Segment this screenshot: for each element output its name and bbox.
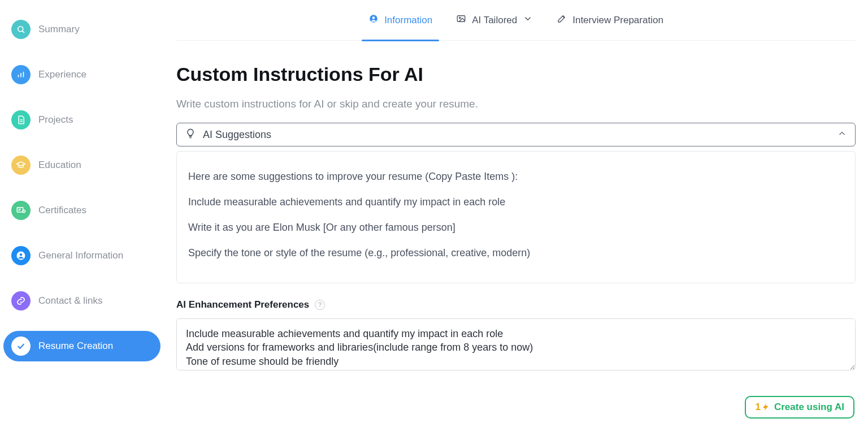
svg-rect-7: [17, 208, 23, 212]
suggestion-item[interactable]: Include measurable achievements and quan…: [188, 189, 844, 215]
sidebar-item-label: Resume Creation: [38, 340, 113, 352]
pref-textarea[interactable]: [176, 318, 856, 370]
cert-icon: [11, 201, 31, 220]
sidebar: SummaryExperienceProjectsEducationCertif…: [0, 0, 164, 427]
sidebar-item-resume-creation[interactable]: Resume Creation: [3, 331, 160, 361]
search-icon: [11, 20, 31, 39]
sidebar-item-projects[interactable]: Projects: [3, 105, 160, 135]
check-icon: [11, 337, 31, 356]
svg-rect-15: [457, 16, 465, 22]
tab-interview-preparation[interactable]: Interview Preparation: [557, 0, 663, 41]
suggestion-item[interactable]: Write it as you are Elon Musk [Or any ot…: [188, 215, 844, 240]
lightbulb-icon: [185, 128, 196, 141]
page-title: Custom Instructions For AI: [176, 63, 856, 85]
accordion-title: AI Suggestions: [203, 129, 271, 141]
tab-label: Interview Preparation: [572, 15, 663, 26]
credits-count: 1: [755, 402, 760, 413]
help-icon[interactable]: ?: [315, 300, 325, 310]
pref-label-row: AI Enhancement Preferences ?: [176, 299, 856, 310]
page-subtitle: Write custom instructions for AI or skip…: [176, 98, 856, 110]
svg-point-0: [18, 27, 23, 32]
link-icon: [11, 291, 31, 310]
suggestion-box: Here are some suggestions to improve you…: [176, 151, 856, 283]
suggestion-intro: Here are some suggestions to improve you…: [188, 164, 844, 189]
bars-icon: [11, 65, 31, 84]
sidebar-item-education[interactable]: Education: [3, 150, 160, 180]
svg-point-14: [372, 16, 375, 19]
sidebar-item-label: Experience: [38, 69, 86, 80]
user-circle-icon: [368, 14, 379, 27]
pref-label: AI Enhancement Preferences: [176, 299, 309, 310]
chevron-up-icon: [837, 128, 847, 141]
chevron-down-icon: [523, 14, 533, 27]
tabs: InformationAI TailoredInterview Preparat…: [176, 0, 856, 41]
svg-line-1: [23, 31, 24, 33]
credits-badge: 1: [755, 402, 769, 413]
sidebar-item-certificates[interactable]: Certificates: [3, 195, 160, 226]
grad-icon: [11, 156, 31, 175]
create-button-label: Create using AI: [774, 402, 844, 413]
edit-icon: [557, 14, 567, 27]
content: Custom Instructions For AI Write custom …: [176, 41, 856, 373]
svg-point-12: [20, 253, 23, 256]
sidebar-item-label: General Information: [38, 250, 123, 261]
doc-icon: [11, 110, 31, 130]
create-using-ai-button[interactable]: 1 Create using AI: [745, 396, 854, 419]
tab-label: AI Tailored: [472, 15, 517, 26]
sidebar-item-summary[interactable]: Summary: [3, 14, 160, 45]
sidebar-item-contact-links[interactable]: Contact & links: [3, 286, 160, 316]
tab-label: Information: [384, 15, 432, 26]
sidebar-item-label: Education: [38, 159, 81, 171]
sidebar-item-label: Contact & links: [38, 295, 102, 307]
sidebar-item-label: Projects: [38, 114, 73, 126]
sidebar-item-label: Certificates: [38, 205, 86, 216]
sidebar-item-general-information[interactable]: General Information: [3, 240, 160, 271]
main: InformationAI TailoredInterview Preparat…: [164, 0, 868, 427]
suggestion-item[interactable]: Specify the tone or style of the resume …: [188, 240, 844, 266]
sidebar-item-experience[interactable]: Experience: [3, 59, 160, 90]
accordion-header[interactable]: AI Suggestions: [177, 123, 855, 146]
ai-suggestions-accordion[interactable]: AI Suggestions: [176, 123, 856, 146]
tab-ai-tailored[interactable]: AI Tailored: [456, 0, 533, 41]
svg-point-16: [459, 17, 461, 18]
svg-point-8: [23, 210, 25, 213]
image-icon: [456, 14, 466, 27]
sidebar-item-label: Summary: [38, 24, 80, 35]
person-icon: [11, 246, 31, 265]
tab-information[interactable]: Information: [368, 0, 432, 41]
